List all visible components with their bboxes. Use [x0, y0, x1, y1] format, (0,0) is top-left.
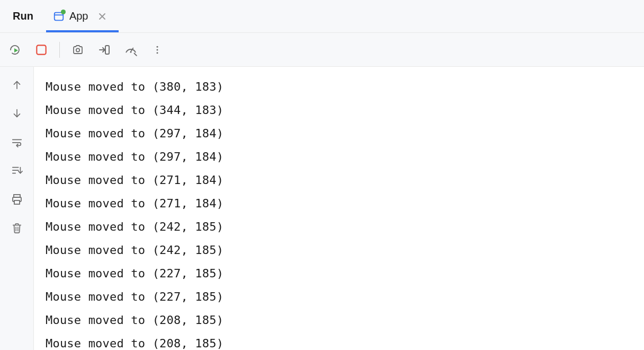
clear-all-button[interactable]: [8, 220, 25, 237]
run-panel-header: Run App: [0, 0, 644, 33]
rerun-button[interactable]: [6, 41, 23, 58]
console-gutter: [0, 67, 34, 350]
run-body: Mouse moved to (380, 183)Mouse moved to …: [0, 67, 644, 350]
profiler-button[interactable]: [122, 41, 139, 58]
console-line: Mouse moved to (271, 184): [46, 169, 633, 192]
print-button[interactable]: [8, 191, 25, 208]
svg-point-5: [76, 48, 79, 51]
screenshot-button[interactable]: [69, 41, 86, 58]
console-line: Mouse moved to (227, 185): [46, 262, 633, 285]
svg-rect-22: [14, 200, 20, 204]
more-options-button[interactable]: [149, 41, 166, 58]
console-line: Mouse moved to (297, 184): [46, 122, 633, 145]
toolbar-divider: [59, 42, 60, 58]
soft-wrap-button[interactable]: [8, 134, 25, 151]
console-line: Mouse moved to (208, 185): [46, 332, 633, 350]
svg-point-10: [157, 46, 158, 47]
scroll-to-end-button[interactable]: [8, 162, 25, 179]
console-line: Mouse moved to (344, 183): [46, 99, 633, 122]
svg-rect-4: [37, 45, 46, 54]
tab-label: App: [69, 10, 88, 22]
close-icon[interactable]: [97, 12, 107, 21]
console-line: Mouse moved to (271, 184): [46, 192, 633, 215]
attach-debugger-button[interactable]: [96, 41, 113, 58]
console-line: Mouse moved to (208, 185): [46, 309, 633, 332]
svg-rect-7: [105, 46, 109, 54]
svg-point-12: [157, 52, 158, 54]
running-indicator-icon: [61, 10, 66, 14]
tab-app[interactable]: App: [46, 0, 119, 32]
stop-button[interactable]: [33, 41, 50, 58]
console-output[interactable]: Mouse moved to (380, 183)Mouse moved to …: [34, 67, 644, 350]
console-line: Mouse moved to (297, 184): [46, 145, 633, 169]
console-line: Mouse moved to (242, 185): [46, 239, 633, 262]
window-icon: [52, 10, 65, 23]
console-line: Mouse moved to (380, 183): [46, 75, 633, 99]
svg-point-9: [130, 51, 132, 52]
scroll-down-button[interactable]: [8, 105, 25, 122]
svg-point-11: [157, 49, 158, 50]
run-toolbar: [0, 33, 644, 67]
run-title: Run: [0, 10, 46, 22]
console-line: Mouse moved to (227, 185): [46, 285, 633, 309]
scroll-up-button[interactable]: [8, 76, 25, 93]
console-line: Mouse moved to (242, 185): [46, 215, 633, 239]
